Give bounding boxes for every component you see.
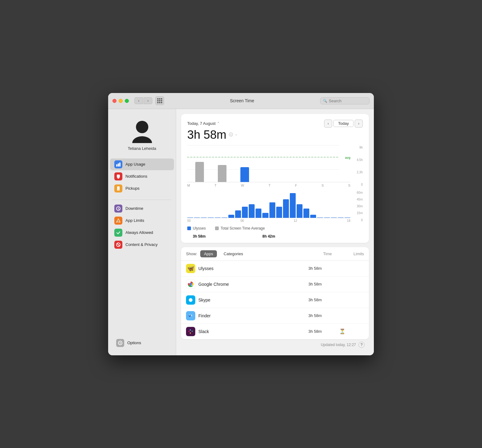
titlebar: ‹ › Screen Time 🔍 [108, 93, 374, 109]
day-label-m: M [187, 184, 190, 187]
legend-row: Ulysses Total Screen Time Average [187, 226, 363, 230]
search-bar[interactable]: 🔍 [320, 97, 370, 104]
sidebar-item-options[interactable]: Options [112, 337, 172, 349]
content-privacy-icon [114, 241, 122, 249]
sidebar-item-label: Pickups [125, 186, 140, 191]
hour-bar-0 [187, 218, 193, 218]
finder-icon [186, 311, 195, 320]
table-row[interactable]: Skype 3h 58m [181, 292, 369, 308]
hour-label-00: 00 [187, 219, 191, 222]
hour-bars-area: 00 06 12 18 [187, 190, 350, 222]
sidebar-item-downtime[interactable]: Downtime [110, 203, 174, 214]
pickups-icon [114, 184, 122, 192]
hour-bar-11 [262, 213, 268, 218]
minimize-button[interactable] [119, 99, 123, 103]
bar-tuesday [213, 145, 231, 182]
day-label-s1: S [321, 184, 323, 187]
hour-bar-20 [324, 218, 330, 218]
avatar-area: Tetiana Leheida [108, 115, 176, 158]
app-limits-icon: ⏳ [114, 217, 122, 225]
sidebar-group-2: Downtime ⏳ App Limits Always Allowed [108, 202, 176, 251]
tab-apps[interactable]: Apps [200, 250, 217, 257]
sidebar-item-app-usage[interactable]: App Usage [110, 158, 174, 170]
day-label-t2: T [268, 184, 271, 187]
svg-rect-4 [119, 163, 120, 167]
close-button[interactable] [112, 99, 116, 103]
svg-rect-25 [190, 332, 191, 334]
window-title: Screen Time [167, 98, 317, 103]
nav-forward-arrow[interactable]: › [355, 120, 363, 128]
sidebar-item-label: Content & Privacy [125, 242, 158, 247]
sidebar-item-notifications[interactable]: Notifications [110, 171, 174, 182]
today-button[interactable]: Today [333, 120, 353, 127]
table-row[interactable]: 🦋 Ulysses 3h 58m [181, 261, 369, 277]
main-window: ‹ › Screen Time 🔍 [108, 93, 374, 355]
app-usage-icon [114, 160, 122, 168]
table-row[interactable]: Google Chrome 3h 58m [181, 277, 369, 292]
bar-monday [190, 145, 209, 182]
hour-label-18: 18 [347, 219, 350, 222]
help-button[interactable]: ? [358, 342, 365, 348]
hour-label-12: 12 [294, 219, 297, 222]
sidebar-bottom: Options [108, 334, 176, 352]
hour-bar-18 [310, 215, 316, 218]
legend-blue-time: 3h 58m [193, 234, 205, 239]
forward-button[interactable]: › [144, 97, 152, 104]
svg-point-0 [136, 121, 148, 133]
svg-point-14 [120, 342, 121, 344]
col-limits-header: Limits [353, 251, 364, 256]
legend-gray-time: 8h 42m [262, 234, 275, 239]
bar-sunday [326, 145, 344, 182]
table-row[interactable]: Slack 3h 58m ⏳ [181, 324, 369, 339]
hour-bar-10 [256, 209, 261, 218]
day-label-s2: S [348, 184, 350, 187]
table-row[interactable]: Finder 3h 58m [181, 308, 369, 324]
nav-back-arrow[interactable]: ‹ [324, 120, 332, 128]
y-label-60m: 60m [357, 191, 363, 194]
table-header: Show: Apps Categories Time Limits [181, 247, 369, 261]
slack-icon [186, 327, 195, 336]
bar-wednesday [235, 145, 254, 182]
always-allowed-icon [114, 229, 122, 237]
hour-bar-22 [338, 218, 344, 218]
app-time-ulysses: 3h 58m [308, 266, 339, 271]
bar-thursday [258, 145, 276, 182]
search-input[interactable] [329, 99, 366, 103]
grid-button[interactable] [155, 96, 164, 105]
app-time-slack: 3h 58m [308, 329, 339, 334]
hour-chart-wrapper: 00 06 12 18 60m 45m 30m 15m 0 [187, 190, 363, 222]
legend-gray-label: Total Screen Time Average [221, 226, 265, 230]
legend-blue-dot [187, 226, 191, 230]
app-time-chrome: 3h 58m [308, 282, 339, 286]
chrome-icon [186, 280, 195, 289]
notifications-icon [114, 172, 122, 180]
sidebar-item-content-privacy[interactable]: Content & Privacy [110, 239, 174, 251]
avg-label: avg [345, 156, 350, 159]
svg-text:⏳: ⏳ [117, 220, 120, 222]
grid-icon [157, 98, 162, 103]
maximize-button[interactable] [125, 99, 129, 103]
back-button[interactable]: ‹ [134, 97, 143, 104]
hour-label-06: 06 [240, 219, 244, 222]
week-chart-area: avg [187, 145, 363, 187]
app-name-chrome: Google Chrome [198, 282, 229, 287]
tab-categories[interactable]: Categories [220, 250, 247, 257]
app-cell-chrome: Google Chrome [186, 280, 308, 289]
chart-bars-area: avg [187, 145, 350, 187]
app-cell-finder: Finder [186, 311, 308, 320]
sidebar: Tetiana Leheida App Usage Notifications [108, 109, 176, 355]
sidebar-item-label: Notifications [125, 174, 147, 179]
sidebar-item-label: App Usage [125, 162, 145, 167]
sidebar-item-always-allowed[interactable]: Always Allowed [110, 227, 174, 239]
app-limits-slack: ⏳ [339, 328, 364, 334]
avatar [130, 118, 154, 143]
y-label-0: 0 [361, 183, 363, 186]
hour-bar-16 [297, 204, 302, 218]
stat-header: Today, 7 August ⌃ ‹ Today › [187, 120, 363, 128]
stat-date-text: Today, 7 August [187, 121, 216, 126]
hour-bar-15 [290, 193, 296, 218]
sidebar-group-1: App Usage Notifications Pickups [108, 158, 176, 195]
sidebar-item-pickups[interactable]: Pickups [110, 183, 174, 194]
sidebar-item-app-limits[interactable]: ⏳ App Limits [110, 215, 174, 226]
show-label: Show: [186, 251, 197, 256]
